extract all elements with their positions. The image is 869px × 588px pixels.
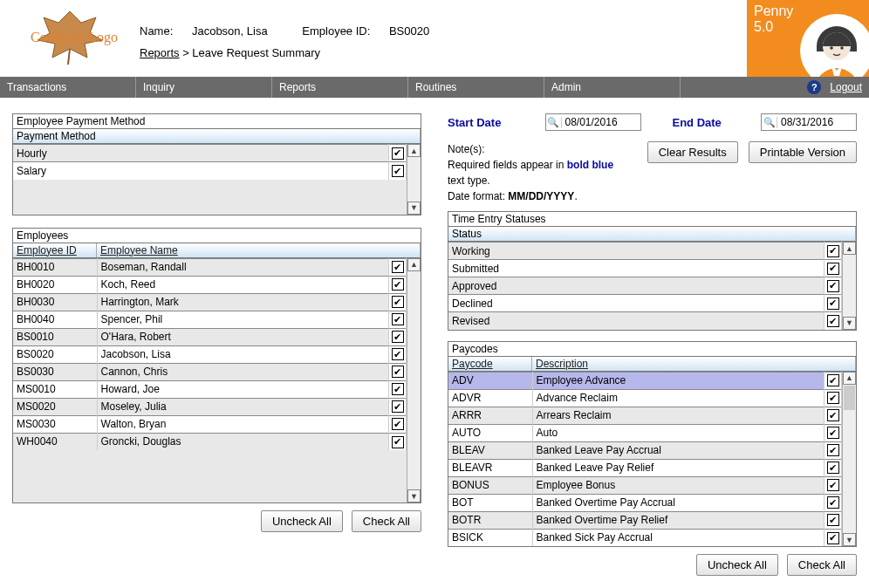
logout-link[interactable]: Logout (830, 81, 862, 93)
checkbox[interactable]: ✔ (827, 263, 839, 275)
employee-row[interactable]: BH0040Spencer, Phil✔ (13, 311, 407, 328)
pm-row[interactable]: Salary✔ (13, 162, 407, 180)
paycodes-col-desc[interactable]: Description (532, 357, 856, 371)
employee-row[interactable]: MS0030Walton, Bryan✔ (13, 415, 407, 433)
paycodes-col-code[interactable]: Paycode (448, 357, 532, 371)
paycode-row[interactable]: AUTOAuto✔ (448, 424, 842, 441)
pm-row[interactable]: Hourly✔ (13, 145, 407, 162)
checkbox[interactable]: ✔ (392, 331, 404, 343)
paycodes-scrollbar[interactable]: ▲ ▼ (842, 372, 856, 547)
menu-admin[interactable]: Admin (544, 77, 681, 98)
checkbox[interactable]: ✔ (392, 400, 404, 413)
scroll-down-icon[interactable]: ▼ (843, 533, 856, 546)
start-date-input[interactable] (562, 115, 636, 129)
paycode-row[interactable]: ADVEmployee Advance✔ (448, 372, 842, 389)
menu-transactions[interactable]: Transactions (0, 77, 136, 98)
pay-uncheck-all-button[interactable]: Uncheck All (696, 554, 778, 576)
checkbox[interactable]: ✔ (392, 278, 404, 291)
svg-point-4 (840, 46, 844, 50)
checkbox[interactable]: ✔ (392, 436, 404, 448)
scroll-up-icon[interactable]: ▲ (843, 242, 856, 255)
scroll-up-icon[interactable]: ▲ (843, 372, 856, 385)
clear-results-button[interactable]: Clear Results (647, 141, 738, 163)
employees-col-id[interactable]: Employee ID (13, 243, 97, 257)
end-date-lookup[interactable]: 🔍 (761, 113, 857, 131)
paycode-code: BLEAV (448, 441, 532, 459)
employee-row[interactable]: BH0030Harrington, Mark✔ (13, 293, 407, 311)
checkbox[interactable]: ✔ (827, 444, 839, 456)
checkbox[interactable]: ✔ (827, 514, 839, 526)
paycode-row[interactable]: ARRRArrears Reclaim✔ (448, 407, 842, 424)
checkbox[interactable]: ✔ (827, 297, 839, 310)
paycode-row[interactable]: BONUSEmployee Bonus✔ (448, 476, 842, 494)
search-icon[interactable]: 🔍 (546, 117, 562, 128)
checkbox[interactable]: ✔ (827, 532, 839, 544)
employees-col-name[interactable]: Employee Name (97, 243, 421, 257)
scroll-up-icon[interactable]: ▲ (407, 258, 421, 271)
employee-id: BH0030 (13, 293, 97, 311)
scroll-down-icon[interactable]: ▼ (407, 202, 421, 215)
end-date-label: End Date (673, 116, 734, 129)
help-icon[interactable]: ? (807, 80, 821, 94)
paycode-row[interactable]: BOTBanked Overtime Pay Accrual✔ (448, 494, 842, 511)
pay-check-all-button[interactable]: Check All (787, 554, 857, 576)
employees-title: Employees (13, 229, 421, 243)
checkbox[interactable]: ✔ (392, 313, 404, 325)
menu-reports[interactable]: Reports (272, 77, 408, 98)
checkbox[interactable]: ✔ (392, 418, 404, 430)
scroll-down-icon[interactable]: ▼ (843, 317, 856, 330)
menu-routines[interactable]: Routines (408, 77, 544, 98)
end-date-input[interactable] (777, 115, 852, 129)
checkbox[interactable]: ✔ (392, 165, 404, 177)
checkbox[interactable]: ✔ (827, 496, 839, 509)
search-icon[interactable]: 🔍 (762, 117, 777, 128)
employee-row[interactable]: MS0010Howard, Joe✔ (13, 380, 407, 398)
user-name: Jacobson, Lisa (192, 24, 268, 38)
employee-row[interactable]: BS0020Jacobson, Lisa✔ (13, 345, 407, 363)
status-row[interactable]: Working✔ (448, 243, 842, 260)
employee-row[interactable]: BH0020Koch, Reed✔ (13, 276, 407, 293)
checkbox[interactable]: ✔ (827, 479, 839, 491)
scroll-thumb[interactable] (844, 386, 855, 410)
checkbox[interactable]: ✔ (827, 245, 839, 257)
checkbox[interactable]: ✔ (827, 374, 839, 386)
paycode-row[interactable]: ADVRAdvance Reclaim✔ (448, 389, 842, 407)
checkbox[interactable]: ✔ (392, 383, 404, 395)
employee-row[interactable]: BH0010Boseman, Randall✔ (13, 258, 407, 276)
checkbox[interactable]: ✔ (827, 392, 839, 404)
employee-row[interactable]: MS0020Moseley, Julia✔ (13, 398, 407, 415)
checkbox[interactable]: ✔ (827, 280, 839, 292)
pm-scrollbar[interactable]: ▲ ▼ (407, 144, 421, 215)
checkbox[interactable]: ✔ (392, 296, 404, 308)
checkbox[interactable]: ✔ (392, 147, 404, 160)
scroll-down-icon[interactable]: ▼ (407, 489, 421, 503)
checkbox[interactable]: ✔ (392, 261, 404, 273)
paycode-row[interactable]: BLEAVRBanked Leave Pay Relief✔ (448, 459, 842, 476)
emp-check-all-button[interactable]: Check All (352, 510, 421, 532)
employee-row[interactable]: BS0030Cannon, Chris✔ (13, 363, 407, 380)
checkbox[interactable]: ✔ (827, 409, 839, 421)
emp-uncheck-all-button[interactable]: Uncheck All (261, 510, 343, 532)
checkbox[interactable]: ✔ (827, 462, 839, 474)
checkbox[interactable]: ✔ (392, 348, 404, 360)
status-row[interactable]: Approved✔ (448, 277, 842, 295)
status-row[interactable]: Declined✔ (448, 295, 842, 312)
scroll-up-icon[interactable]: ▲ (407, 144, 421, 157)
checkbox[interactable]: ✔ (827, 427, 839, 439)
status-scrollbar[interactable]: ▲ ▼ (842, 242, 856, 330)
printable-version-button[interactable]: Printable Version (749, 141, 857, 163)
employee-id: BS0030 (13, 363, 97, 380)
breadcrumb-reports-link[interactable]: Reports (140, 46, 180, 59)
checkbox[interactable]: ✔ (392, 366, 404, 378)
checkbox[interactable]: ✔ (827, 315, 839, 327)
status-row[interactable]: Revised✔ (448, 312, 842, 330)
menu-inquiry[interactable]: Inquiry (136, 77, 272, 98)
status-row[interactable]: Submitted✔ (448, 260, 842, 277)
emp-scrollbar[interactable]: ▲ ▼ (407, 258, 421, 503)
paycode-row[interactable]: BLEAVBanked Leave Pay Accrual✔ (448, 441, 842, 459)
paycode-row[interactable]: BOTRBanked Overtime Pay Relief✔ (448, 511, 842, 529)
start-date-lookup[interactable]: 🔍 (545, 113, 641, 131)
paycode-row[interactable]: BSICKBanked Sick Pay Accrual✔ (448, 529, 842, 546)
employee-row[interactable]: BS0010O'Hara, Robert✔ (13, 328, 407, 345)
employee-row[interactable]: WH0040Groncki, Douglas✔ (13, 433, 407, 450)
